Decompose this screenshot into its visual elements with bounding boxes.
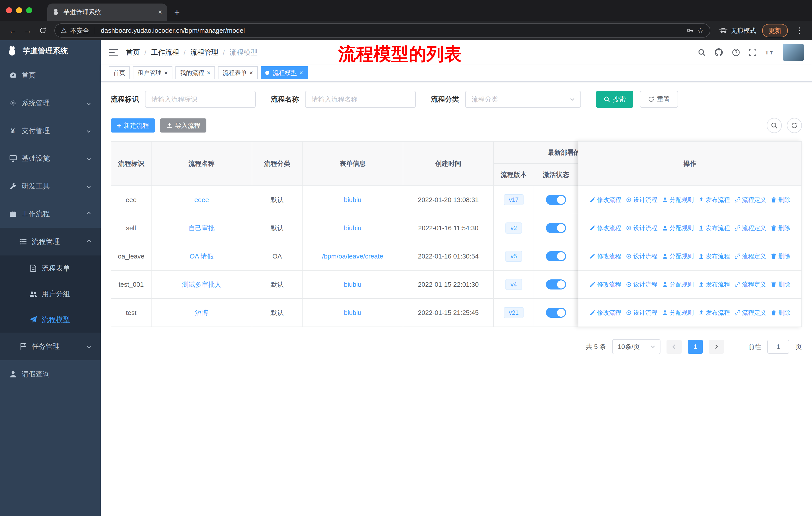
sidebar-item-10[interactable]: 任务管理 <box>0 332 101 360</box>
active-state-toggle[interactable] <box>546 195 566 205</box>
publish-process-action[interactable]: 发布流程 <box>698 309 730 317</box>
delete-action[interactable]: 删除 <box>771 224 790 232</box>
form-info-link[interactable]: biubiu <box>344 196 361 203</box>
avatar[interactable] <box>783 44 804 61</box>
process-definition-action[interactable]: 流程定义 <box>734 224 766 232</box>
modify-process-action[interactable]: 修改流程 <box>589 309 621 317</box>
search-button[interactable]: 搜索 <box>596 91 633 108</box>
sidebar-item-2[interactable]: ¥支付管理 <box>0 117 101 145</box>
view-tag-0[interactable]: 首页 <box>109 66 130 79</box>
delete-action[interactable]: 删除 <box>771 196 790 204</box>
modify-process-action[interactable]: 修改流程 <box>589 224 621 232</box>
window-zoom-button[interactable] <box>26 7 32 13</box>
design-process-action[interactable]: 设计流程 <box>626 196 658 204</box>
breadcrumb-workflow[interactable]: 工作流程 <box>151 48 179 57</box>
publish-process-action[interactable]: 发布流程 <box>698 196 730 204</box>
more-menu-icon[interactable]: ⋮ <box>793 26 806 35</box>
publish-process-action[interactable]: 发布流程 <box>698 280 730 289</box>
app-logo[interactable]: 芋道管理系统 <box>0 40 101 61</box>
breadcrumb-process-mgmt[interactable]: 流程管理 <box>190 48 219 57</box>
active-state-toggle[interactable] <box>546 279 566 290</box>
sidebar-item-4[interactable]: 研发工具 <box>0 172 101 200</box>
sidebar-item-0[interactable]: 首页 <box>0 61 101 89</box>
create-process-button[interactable]: + 新建流程 <box>111 118 155 133</box>
modify-process-action[interactable]: 修改流程 <box>589 196 621 204</box>
sidebar-item-5[interactable]: 工作流程 <box>0 200 101 228</box>
sidebar-item-7[interactable]: 流程表单 <box>0 255 101 281</box>
active-state-toggle[interactable] <box>546 251 566 261</box>
window-minimize-button[interactable] <box>16 7 22 13</box>
category-select[interactable]: 流程分类 <box>465 91 581 108</box>
back-button[interactable]: ← <box>6 26 19 35</box>
close-icon[interactable]: × <box>299 70 303 76</box>
help-icon[interactable] <box>732 48 740 56</box>
sidebar-item-8[interactable]: 用户分组 <box>0 281 101 307</box>
refresh-table-button[interactable] <box>787 118 802 133</box>
window-close-button[interactable] <box>6 7 12 13</box>
github-icon[interactable] <box>714 48 723 57</box>
next-page-button[interactable] <box>709 340 724 354</box>
delete-action[interactable]: 删除 <box>771 252 790 260</box>
search-icon[interactable] <box>698 48 706 56</box>
design-process-action[interactable]: 设计流程 <box>626 224 658 232</box>
process-key-input[interactable] <box>145 91 256 108</box>
process-name-link[interactable]: 测试多审批人 <box>182 281 221 288</box>
process-name-input[interactable] <box>305 91 416 108</box>
view-tag-2[interactable]: 我的流程× <box>175 66 215 79</box>
active-state-toggle[interactable] <box>546 223 566 233</box>
toggle-search-button[interactable] <box>767 118 782 133</box>
goto-page-input[interactable] <box>767 340 789 354</box>
process-name-link[interactable]: 滔博 <box>195 309 208 317</box>
tab-close-icon[interactable]: × <box>158 8 162 16</box>
key-icon[interactable] <box>687 27 693 34</box>
sidebar-item-3[interactable]: 基础设施 <box>0 145 101 172</box>
prev-page-button[interactable] <box>667 340 682 354</box>
browser-tab[interactable]: 芋道管理系统 × <box>47 3 167 21</box>
forward-button[interactable]: → <box>21 26 34 35</box>
delete-action[interactable]: 删除 <box>771 309 790 317</box>
process-definition-action[interactable]: 流程定义 <box>734 252 766 260</box>
sidebar-item-1[interactable]: 系统管理 <box>0 89 101 117</box>
assign-rule-action[interactable]: 分配规则 <box>662 280 694 289</box>
page-size-select[interactable]: 10条/页 <box>612 339 661 354</box>
delete-action[interactable]: 删除 <box>771 280 790 289</box>
assign-rule-action[interactable]: 分配规则 <box>662 309 694 317</box>
active-state-toggle[interactable] <box>546 308 566 318</box>
font-size-icon[interactable]: TT <box>765 48 774 57</box>
view-tag-1[interactable]: 租户管理× <box>133 66 172 79</box>
new-tab-button[interactable]: + <box>174 7 180 18</box>
update-button[interactable]: 更新 <box>762 24 788 37</box>
process-name-link[interactable]: 自己审批 <box>188 224 215 232</box>
design-process-action[interactable]: 设计流程 <box>626 309 658 317</box>
hamburger-icon[interactable] <box>109 48 118 57</box>
assign-rule-action[interactable]: 分配规则 <box>662 224 694 232</box>
close-icon[interactable]: × <box>164 70 168 76</box>
process-name-link[interactable]: OA 请假 <box>190 252 213 260</box>
close-icon[interactable]: × <box>207 70 210 76</box>
modify-process-action[interactable]: 修改流程 <box>589 280 621 289</box>
process-definition-action[interactable]: 流程定义 <box>734 196 766 204</box>
publish-process-action[interactable]: 发布流程 <box>698 224 730 232</box>
close-icon[interactable]: × <box>249 70 253 76</box>
import-process-button[interactable]: 导入流程 <box>160 118 206 133</box>
reset-button[interactable]: 重置 <box>640 91 678 108</box>
form-info-link[interactable]: /bpm/oa/leave/create <box>322 252 383 260</box>
publish-process-action[interactable]: 发布流程 <box>698 252 730 260</box>
page-1-button[interactable]: 1 <box>688 340 703 354</box>
assign-rule-action[interactable]: 分配规则 <box>662 196 694 204</box>
design-process-action[interactable]: 设计流程 <box>626 252 658 260</box>
modify-process-action[interactable]: 修改流程 <box>589 252 621 260</box>
view-tag-4[interactable]: 流程模型× <box>261 66 308 79</box>
fullscreen-icon[interactable] <box>749 48 757 56</box>
assign-rule-action[interactable]: 分配规则 <box>662 252 694 260</box>
sidebar-item-11[interactable]: 请假查询 <box>0 360 101 388</box>
form-info-link[interactable]: biubiu <box>344 309 361 317</box>
form-info-link[interactable]: biubiu <box>344 224 361 232</box>
process-name-link[interactable]: eeee <box>194 196 209 203</box>
star-icon[interactable]: ☆ <box>697 26 704 35</box>
sidebar-item-9[interactable]: 流程模型 <box>0 307 101 332</box>
process-definition-action[interactable]: 流程定义 <box>734 309 766 317</box>
form-info-link[interactable]: biubiu <box>344 281 361 288</box>
url-bar[interactable]: ⚠ 不安全 dashboard.yudao.iocoder.cn/bpm/man… <box>54 23 710 37</box>
reload-button[interactable] <box>36 27 49 34</box>
